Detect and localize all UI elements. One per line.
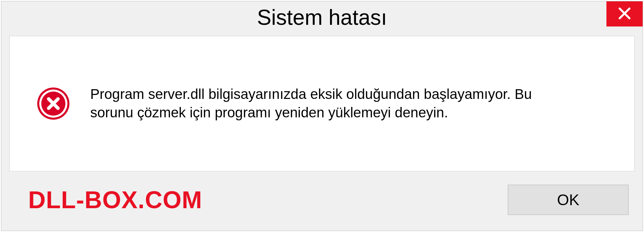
error-message: Program server.dll bilgisayarınızda eksi… — [90, 85, 577, 122]
dialog-title: Sistem hatası — [257, 5, 387, 30]
watermark-text: DLL-BOX.COM — [28, 186, 202, 214]
content-panel: Program server.dll bilgisayarınızda eksi… — [9, 36, 635, 171]
close-icon — [617, 6, 632, 22]
error-dialog: Sistem hatası Program server.dll bilgisa… — [1, 1, 643, 231]
titlebar: Sistem hatası — [1, 1, 643, 33]
close-button[interactable] — [606, 1, 643, 26]
error-icon — [37, 87, 70, 120]
ok-button[interactable]: OK — [508, 185, 629, 215]
dialog-footer: DLL-BOX.COM OK — [1, 171, 643, 228]
